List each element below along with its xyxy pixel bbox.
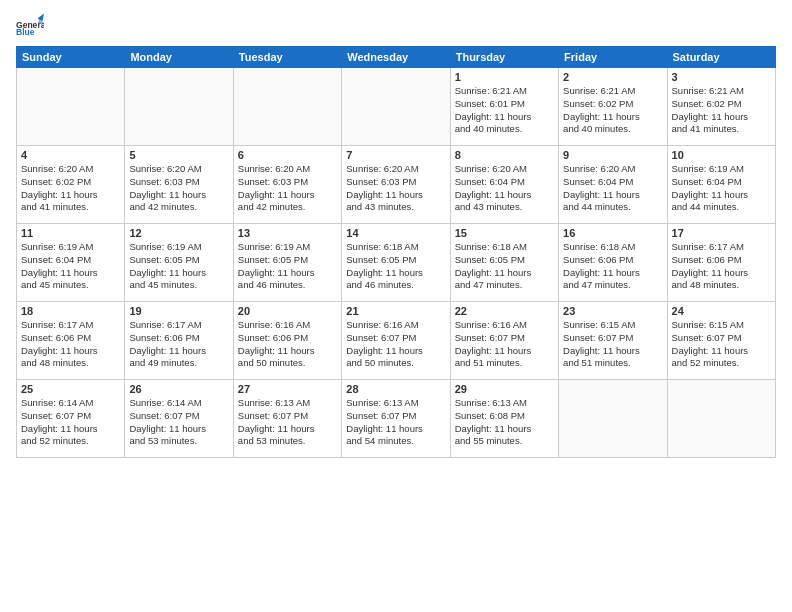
calendar-cell: 12Sunrise: 6:19 AM Sunset: 6:05 PM Dayli… xyxy=(125,224,233,302)
day-info: Sunrise: 6:13 AM Sunset: 6:08 PM Dayligh… xyxy=(455,397,554,448)
calendar-day-header: Thursday xyxy=(450,47,558,68)
day-info: Sunrise: 6:20 AM Sunset: 6:04 PM Dayligh… xyxy=(455,163,554,214)
day-info: Sunrise: 6:19 AM Sunset: 6:05 PM Dayligh… xyxy=(129,241,228,292)
calendar-cell: 6Sunrise: 6:20 AM Sunset: 6:03 PM Daylig… xyxy=(233,146,341,224)
day-number: 3 xyxy=(672,71,771,83)
calendar-cell: 2Sunrise: 6:21 AM Sunset: 6:02 PM Daylig… xyxy=(559,68,667,146)
day-info: Sunrise: 6:16 AM Sunset: 6:06 PM Dayligh… xyxy=(238,319,337,370)
calendar-day-header: Tuesday xyxy=(233,47,341,68)
day-info: Sunrise: 6:14 AM Sunset: 6:07 PM Dayligh… xyxy=(129,397,228,448)
day-number: 12 xyxy=(129,227,228,239)
calendar-day-header: Friday xyxy=(559,47,667,68)
day-info: Sunrise: 6:21 AM Sunset: 6:01 PM Dayligh… xyxy=(455,85,554,136)
day-info: Sunrise: 6:19 AM Sunset: 6:04 PM Dayligh… xyxy=(672,163,771,214)
day-number: 28 xyxy=(346,383,445,395)
calendar-cell: 19Sunrise: 6:17 AM Sunset: 6:06 PM Dayli… xyxy=(125,302,233,380)
day-info: Sunrise: 6:17 AM Sunset: 6:06 PM Dayligh… xyxy=(21,319,120,370)
calendar-table: SundayMondayTuesdayWednesdayThursdayFrid… xyxy=(16,46,776,458)
day-number: 13 xyxy=(238,227,337,239)
calendar-day-header: Saturday xyxy=(667,47,775,68)
day-info: Sunrise: 6:13 AM Sunset: 6:07 PM Dayligh… xyxy=(346,397,445,448)
day-info: Sunrise: 6:21 AM Sunset: 6:02 PM Dayligh… xyxy=(563,85,662,136)
calendar-cell: 4Sunrise: 6:20 AM Sunset: 6:02 PM Daylig… xyxy=(17,146,125,224)
day-info: Sunrise: 6:16 AM Sunset: 6:07 PM Dayligh… xyxy=(455,319,554,370)
calendar-cell: 24Sunrise: 6:15 AM Sunset: 6:07 PM Dayli… xyxy=(667,302,775,380)
calendar-day-header: Monday xyxy=(125,47,233,68)
day-info: Sunrise: 6:19 AM Sunset: 6:04 PM Dayligh… xyxy=(21,241,120,292)
calendar-day-header: Sunday xyxy=(17,47,125,68)
calendar-cell: 16Sunrise: 6:18 AM Sunset: 6:06 PM Dayli… xyxy=(559,224,667,302)
calendar-cell xyxy=(125,68,233,146)
day-info: Sunrise: 6:15 AM Sunset: 6:07 PM Dayligh… xyxy=(563,319,662,370)
day-number: 22 xyxy=(455,305,554,317)
day-info: Sunrise: 6:20 AM Sunset: 6:04 PM Dayligh… xyxy=(563,163,662,214)
day-number: 27 xyxy=(238,383,337,395)
day-number: 23 xyxy=(563,305,662,317)
day-info: Sunrise: 6:21 AM Sunset: 6:02 PM Dayligh… xyxy=(672,85,771,136)
calendar-cell xyxy=(233,68,341,146)
calendar-cell: 20Sunrise: 6:16 AM Sunset: 6:06 PM Dayli… xyxy=(233,302,341,380)
day-info: Sunrise: 6:17 AM Sunset: 6:06 PM Dayligh… xyxy=(129,319,228,370)
day-number: 5 xyxy=(129,149,228,161)
day-info: Sunrise: 6:13 AM Sunset: 6:07 PM Dayligh… xyxy=(238,397,337,448)
day-info: Sunrise: 6:20 AM Sunset: 6:03 PM Dayligh… xyxy=(238,163,337,214)
day-info: Sunrise: 6:18 AM Sunset: 6:05 PM Dayligh… xyxy=(455,241,554,292)
day-number: 10 xyxy=(672,149,771,161)
day-info: Sunrise: 6:17 AM Sunset: 6:06 PM Dayligh… xyxy=(672,241,771,292)
day-number: 17 xyxy=(672,227,771,239)
calendar-cell: 15Sunrise: 6:18 AM Sunset: 6:05 PM Dayli… xyxy=(450,224,558,302)
calendar-cell: 1Sunrise: 6:21 AM Sunset: 6:01 PM Daylig… xyxy=(450,68,558,146)
day-number: 7 xyxy=(346,149,445,161)
day-number: 21 xyxy=(346,305,445,317)
calendar-cell: 18Sunrise: 6:17 AM Sunset: 6:06 PM Dayli… xyxy=(17,302,125,380)
day-number: 15 xyxy=(455,227,554,239)
logo-icon: General Blue xyxy=(16,12,44,40)
calendar-cell xyxy=(342,68,450,146)
calendar-cell: 9Sunrise: 6:20 AM Sunset: 6:04 PM Daylig… xyxy=(559,146,667,224)
calendar-cell: 23Sunrise: 6:15 AM Sunset: 6:07 PM Dayli… xyxy=(559,302,667,380)
day-info: Sunrise: 6:16 AM Sunset: 6:07 PM Dayligh… xyxy=(346,319,445,370)
day-number: 4 xyxy=(21,149,120,161)
day-info: Sunrise: 6:20 AM Sunset: 6:02 PM Dayligh… xyxy=(21,163,120,214)
calendar-cell: 8Sunrise: 6:20 AM Sunset: 6:04 PM Daylig… xyxy=(450,146,558,224)
calendar-cell xyxy=(559,380,667,458)
day-number: 18 xyxy=(21,305,120,317)
day-number: 25 xyxy=(21,383,120,395)
logo: General Blue xyxy=(16,12,48,40)
calendar-cell: 11Sunrise: 6:19 AM Sunset: 6:04 PM Dayli… xyxy=(17,224,125,302)
calendar-cell: 10Sunrise: 6:19 AM Sunset: 6:04 PM Dayli… xyxy=(667,146,775,224)
day-number: 19 xyxy=(129,305,228,317)
day-number: 20 xyxy=(238,305,337,317)
calendar-cell: 28Sunrise: 6:13 AM Sunset: 6:07 PM Dayli… xyxy=(342,380,450,458)
day-number: 14 xyxy=(346,227,445,239)
calendar-cell: 29Sunrise: 6:13 AM Sunset: 6:08 PM Dayli… xyxy=(450,380,558,458)
svg-text:Blue: Blue xyxy=(16,27,35,37)
day-info: Sunrise: 6:19 AM Sunset: 6:05 PM Dayligh… xyxy=(238,241,337,292)
day-number: 24 xyxy=(672,305,771,317)
day-number: 29 xyxy=(455,383,554,395)
day-info: Sunrise: 6:15 AM Sunset: 6:07 PM Dayligh… xyxy=(672,319,771,370)
day-info: Sunrise: 6:20 AM Sunset: 6:03 PM Dayligh… xyxy=(346,163,445,214)
calendar-day-header: Wednesday xyxy=(342,47,450,68)
calendar-cell: 27Sunrise: 6:13 AM Sunset: 6:07 PM Dayli… xyxy=(233,380,341,458)
calendar-cell: 7Sunrise: 6:20 AM Sunset: 6:03 PM Daylig… xyxy=(342,146,450,224)
day-info: Sunrise: 6:20 AM Sunset: 6:03 PM Dayligh… xyxy=(129,163,228,214)
calendar-cell: 25Sunrise: 6:14 AM Sunset: 6:07 PM Dayli… xyxy=(17,380,125,458)
calendar-cell: 13Sunrise: 6:19 AM Sunset: 6:05 PM Dayli… xyxy=(233,224,341,302)
day-number: 26 xyxy=(129,383,228,395)
day-number: 11 xyxy=(21,227,120,239)
calendar-cell: 26Sunrise: 6:14 AM Sunset: 6:07 PM Dayli… xyxy=(125,380,233,458)
day-number: 9 xyxy=(563,149,662,161)
calendar-cell xyxy=(17,68,125,146)
calendar-cell: 22Sunrise: 6:16 AM Sunset: 6:07 PM Dayli… xyxy=(450,302,558,380)
calendar-cell: 14Sunrise: 6:18 AM Sunset: 6:05 PM Dayli… xyxy=(342,224,450,302)
day-number: 8 xyxy=(455,149,554,161)
day-number: 1 xyxy=(455,71,554,83)
day-number: 16 xyxy=(563,227,662,239)
day-info: Sunrise: 6:18 AM Sunset: 6:06 PM Dayligh… xyxy=(563,241,662,292)
calendar-cell: 5Sunrise: 6:20 AM Sunset: 6:03 PM Daylig… xyxy=(125,146,233,224)
day-number: 2 xyxy=(563,71,662,83)
day-number: 6 xyxy=(238,149,337,161)
calendar-cell: 21Sunrise: 6:16 AM Sunset: 6:07 PM Dayli… xyxy=(342,302,450,380)
day-info: Sunrise: 6:18 AM Sunset: 6:05 PM Dayligh… xyxy=(346,241,445,292)
